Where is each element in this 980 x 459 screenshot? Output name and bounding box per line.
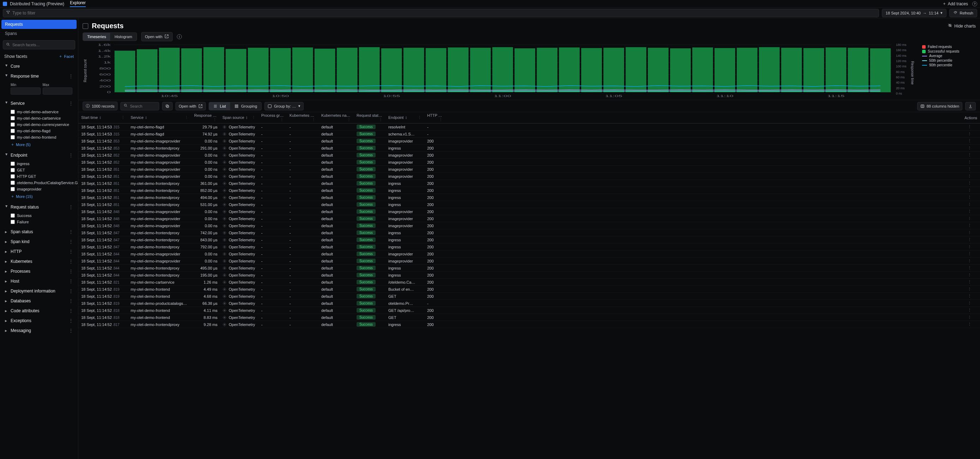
- row-actions-button[interactable]: ⋮: [959, 293, 980, 300]
- nav-spans[interactable]: Spans: [2, 29, 76, 38]
- table-row[interactable]: 18 Sept, 11:14:52.851my-otel-demo-imagep…: [78, 166, 980, 173]
- row-actions-button[interactable]: ⋮: [959, 222, 980, 229]
- table-row[interactable]: 18 Sept, 11:14:52.851my-otel-demo-fronte…: [78, 187, 980, 194]
- table-row[interactable]: 18 Sept, 11:14:52.851my-otel-demo-fronte…: [78, 201, 980, 208]
- table-row[interactable]: 18 Sept, 11:14:52.848my-otel-demo-imagep…: [78, 208, 980, 215]
- row-actions-button[interactable]: ⋮: [959, 300, 980, 307]
- table-row[interactable]: 18 Sept, 11:14:52.851my-otel-demo-imagep…: [78, 173, 980, 180]
- table-row[interactable]: 18 Sept, 11:14:52.844my-otel-demo-imagep…: [78, 257, 980, 265]
- facet-header[interactable]: ▸Databases⋮: [3, 296, 75, 305]
- column-menu-icon[interactable]: ⋮: [418, 115, 422, 120]
- table-wrap[interactable]: Start time▲▼⋮Service▲▼⋮Response time▲▼⋮S…: [78, 112, 980, 459]
- facet-menu-icon[interactable]: ⋮: [69, 239, 73, 244]
- legend-item[interactable]: Successful requests: [922, 49, 976, 53]
- facet-header[interactable]: ▸HTTP⋮: [3, 247, 75, 256]
- legend-item[interactable]: 90th percentile: [922, 63, 976, 67]
- facet-header-request-status[interactable]: ▸ Request status ⋮: [3, 203, 75, 212]
- table-row[interactable]: 18 Sept, 11:14:52.844my-otel-demo-fronte…: [78, 265, 980, 272]
- facet-menu-icon[interactable]: ⋮: [69, 299, 73, 303]
- table-row[interactable]: 18 Sept, 11:14:53.315my-otel-demo-flagd2…: [78, 124, 980, 130]
- facet-header-endpoint[interactable]: ▸ Endpoint ⋮: [3, 151, 75, 160]
- facet-item[interactable]: HTTP GET: [3, 173, 75, 179]
- open-with-button[interactable]: Open with: [141, 32, 173, 41]
- facet-checkbox[interactable]: [11, 135, 15, 139]
- facet-menu-icon[interactable]: ⋮: [69, 153, 73, 158]
- tab-timeseries[interactable]: Timeseries: [83, 33, 110, 41]
- facet-item[interactable]: my-otel-demo-currencyservice: [3, 121, 75, 128]
- row-actions-button[interactable]: ⋮: [959, 265, 980, 272]
- time-range-picker[interactable]: 18 Sept 2024, 10:40 → 11:14 ▾: [882, 9, 947, 17]
- legend-item[interactable]: 50th percentile: [922, 59, 976, 62]
- column-menu-icon[interactable]: ⋮: [439, 118, 443, 122]
- column-header-http[interactable]: HTTP status▲▼⋮: [424, 112, 445, 124]
- column-menu-icon[interactable]: ⋮: [280, 118, 284, 122]
- column-menu-icon[interactable]: ⋮: [312, 118, 316, 122]
- table-search-input[interactable]: [130, 104, 156, 108]
- facet-checkbox[interactable]: [11, 213, 15, 218]
- column-menu-icon[interactable]: ⋮: [347, 118, 351, 122]
- column-header-rs[interactable]: Request status▲▼⋮: [354, 112, 385, 124]
- columns-hidden-button[interactable]: 88 columns hidden: [917, 102, 963, 110]
- facet-checkbox[interactable]: [11, 162, 15, 166]
- column-header-ep[interactable]: Endpoint▲▼⋮: [385, 112, 424, 124]
- tab-explorer[interactable]: Explorer: [70, 0, 86, 7]
- row-actions-button[interactable]: ⋮: [959, 286, 980, 293]
- sort-icon[interactable]: ▲▼: [99, 116, 101, 120]
- sort-icon[interactable]: ▲▼: [246, 116, 248, 120]
- table-row[interactable]: 18 Sept, 11:14:52.847my-otel-demo-fronte…: [78, 237, 980, 243]
- column-header-resp[interactable]: Response time▲▼⋮: [191, 112, 220, 124]
- row-actions-button[interactable]: ⋮: [959, 229, 980, 237]
- table-row[interactable]: 18 Sept, 11:14:52.817my-otel-demo-fronte…: [78, 321, 980, 328]
- column-header-kc[interactable]: Kubernetes contain…▲▼⋮: [286, 112, 318, 124]
- table-row[interactable]: 18 Sept, 11:14:52.852my-otel-demo-imagep…: [78, 159, 980, 166]
- facet-checkbox[interactable]: [11, 168, 15, 172]
- column-header-span[interactable]: Span source▲▼⋮: [220, 112, 258, 124]
- table-row[interactable]: 18 Sept, 11:14:52.844my-otel-demo-imagep…: [78, 251, 980, 257]
- column-menu-icon[interactable]: ⋮: [121, 115, 125, 120]
- facet-item[interactable]: GET: [3, 167, 75, 173]
- facet-item[interactable]: my-otel-demo-cartservice: [3, 115, 75, 121]
- facet-checkbox[interactable]: [11, 122, 15, 127]
- table-row[interactable]: 18 Sept, 11:14:52.852my-otel-demo-imagep…: [78, 152, 980, 159]
- facet-item[interactable]: my-otel-demo-flagd: [3, 128, 75, 134]
- row-actions-button[interactable]: ⋮: [959, 321, 980, 328]
- table-row[interactable]: 18 Sept, 11:14:52.847my-otel-demo-fronte…: [78, 243, 980, 251]
- table-row[interactable]: 18 Sept, 11:14:53.315my-otel-demo-flagd7…: [78, 130, 980, 138]
- download-button[interactable]: [965, 102, 976, 110]
- response-time-min-input[interactable]: [11, 87, 41, 95]
- facet-item[interactable]: Failure: [3, 219, 75, 225]
- row-actions-button[interactable]: ⋮: [959, 251, 980, 257]
- column-header-service[interactable]: Service▲▼⋮: [128, 112, 191, 124]
- column-menu-icon[interactable]: ⋮: [252, 115, 256, 120]
- facet-menu-icon[interactable]: ⋮: [69, 101, 73, 106]
- facet-item[interactable]: imageprovider: [3, 186, 75, 192]
- facet-header[interactable]: ▸Processes⋮: [3, 267, 75, 276]
- view-list[interactable]: List: [209, 102, 230, 110]
- table-row[interactable]: 18 Sept, 11:14:52.818my-otel-demo-fronte…: [78, 307, 980, 314]
- facet-search-wrap[interactable]: [3, 40, 75, 49]
- facet-header[interactable]: ▸Span status⋮: [3, 227, 75, 237]
- row-actions-button[interactable]: ⋮: [959, 159, 980, 166]
- row-actions-button[interactable]: ⋮: [959, 152, 980, 159]
- facet-menu-icon[interactable]: ⋮: [69, 279, 73, 284]
- chart-canvas[interactable]: 1.6k1.4k1.2k1k800600400200010:4510:5010:…: [88, 43, 894, 98]
- table-row[interactable]: 18 Sept, 11:14:52.848my-otel-demo-imagep…: [78, 222, 980, 229]
- group-by-button[interactable]: Group by: … ▾: [264, 102, 303, 110]
- row-actions-button[interactable]: ⋮: [959, 243, 980, 251]
- facet-header-service[interactable]: ▸ Service ⋮: [3, 99, 75, 108]
- facet-checkbox[interactable]: [11, 181, 15, 185]
- facet-menu-icon[interactable]: ⋮: [69, 328, 73, 333]
- column-menu-icon[interactable]: ⋮: [185, 115, 189, 120]
- add-facet-button[interactable]: ＋ Facet: [59, 54, 74, 59]
- row-actions-button[interactable]: ⋮: [959, 307, 980, 314]
- facet-menu-icon[interactable]: ⋮: [69, 74, 73, 79]
- row-actions-button[interactable]: ⋮: [959, 138, 980, 145]
- filter-input-wrap[interactable]: [3, 9, 879, 17]
- facet-checkbox[interactable]: [11, 116, 15, 120]
- facet-header[interactable]: ▸Deployment information⋮: [3, 286, 75, 295]
- response-time-max-input[interactable]: [43, 87, 73, 95]
- chart-info-icon[interactable]: i: [177, 34, 182, 39]
- facet-more-link[interactable]: ＋More (5): [3, 140, 75, 149]
- table-row[interactable]: 18 Sept, 11:14:52.844my-otel-demo-fronte…: [78, 272, 980, 279]
- column-header-pg[interactable]: Process group▲▼⋮: [258, 112, 286, 124]
